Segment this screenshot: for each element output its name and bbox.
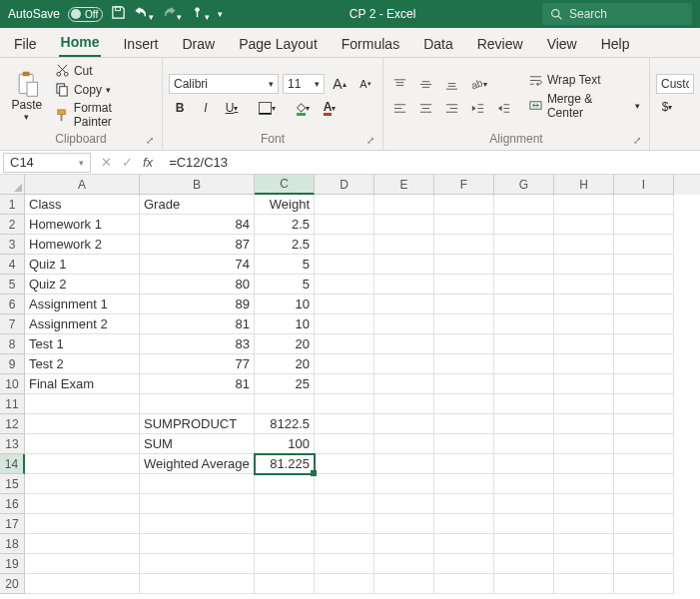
cell-D5[interactable] <box>315 275 374 295</box>
merge-center-button[interactable]: Merge & Center▾ <box>525 91 643 121</box>
cell-I12[interactable] <box>614 414 674 434</box>
cell-B12[interactable]: SUMPRODUCT <box>140 414 255 434</box>
search-box[interactable]: Search <box>542 3 692 25</box>
font-dialog-launcher[interactable]: ⤢ <box>366 135 374 146</box>
cell-E13[interactable] <box>374 434 434 454</box>
cell-A6[interactable]: Assignment 1 <box>25 295 140 314</box>
cell-G10[interactable] <box>494 374 554 394</box>
cell-H5[interactable] <box>554 275 614 295</box>
cell-F18[interactable] <box>434 534 494 554</box>
cell-B11[interactable] <box>140 394 255 414</box>
cell-E1[interactable] <box>374 195 434 215</box>
cell-C15[interactable] <box>255 474 315 494</box>
cell-D6[interactable] <box>315 295 374 314</box>
cell-I18[interactable] <box>614 534 674 554</box>
cell-F15[interactable] <box>434 474 494 494</box>
cell-E2[interactable] <box>374 215 434 235</box>
cell-F10[interactable] <box>434 374 494 394</box>
cell-D1[interactable] <box>315 195 374 215</box>
cell-H18[interactable] <box>554 534 614 554</box>
cell-H2[interactable] <box>554 215 614 235</box>
row-header[interactable]: 2 <box>0 215 25 235</box>
cell-H7[interactable] <box>554 314 614 334</box>
row-header[interactable]: 12 <box>0 414 25 434</box>
fx-icon[interactable]: fx <box>143 155 153 170</box>
cell-A1[interactable]: Class <box>25 195 140 215</box>
cell-C6[interactable]: 10 <box>255 295 315 314</box>
cell-E7[interactable] <box>374 314 434 334</box>
cell-A15[interactable] <box>25 474 140 494</box>
cell-F2[interactable] <box>434 215 494 235</box>
cell-B3[interactable]: 87 <box>140 235 255 255</box>
cell-E4[interactable] <box>374 255 434 275</box>
cell-I13[interactable] <box>614 434 674 454</box>
cell-G8[interactable] <box>494 334 554 354</box>
wrap-text-button[interactable]: Wrap Text <box>525 72 643 89</box>
cell-I14[interactable] <box>614 454 674 474</box>
cell-D4[interactable] <box>315 255 374 275</box>
cell-A17[interactable] <box>25 514 140 534</box>
tab-formulas[interactable]: Formulas <box>340 31 401 57</box>
cell-D10[interactable] <box>315 374 374 394</box>
cell-E9[interactable] <box>374 354 434 374</box>
cell-G19[interactable] <box>494 554 554 574</box>
row-header[interactable]: 4 <box>0 255 25 275</box>
bold-button[interactable]: B <box>169 97 191 119</box>
cell-A13[interactable] <box>25 434 140 454</box>
tab-file[interactable]: File <box>12 31 39 57</box>
format-painter-button[interactable]: Format Painter <box>52 100 156 130</box>
cell-A18[interactable] <box>25 534 140 554</box>
cell-C12[interactable]: 8122.5 <box>255 414 315 434</box>
cell-B18[interactable] <box>140 534 255 554</box>
undo-icon[interactable]: ▾ <box>134 5 154 23</box>
cell-B5[interactable]: 80 <box>140 275 255 295</box>
cell-I9[interactable] <box>614 354 674 374</box>
row-header[interactable]: 9 <box>0 354 25 374</box>
cell-H14[interactable] <box>554 454 614 474</box>
cell-H1[interactable] <box>554 195 614 215</box>
cell-C11[interactable] <box>255 394 315 414</box>
tab-help[interactable]: Help <box>599 31 632 57</box>
col-header-c[interactable]: C <box>255 175 315 195</box>
cell-D18[interactable] <box>315 534 374 554</box>
cell-I4[interactable] <box>614 255 674 275</box>
col-header-a[interactable]: A <box>25 175 140 195</box>
cell-C1[interactable]: Weight <box>255 195 315 215</box>
cell-F5[interactable] <box>434 275 494 295</box>
cell-E3[interactable] <box>374 235 434 255</box>
cell-B8[interactable]: 83 <box>140 334 255 354</box>
cell-G16[interactable] <box>494 494 554 514</box>
redo-icon[interactable]: ▾ <box>162 5 182 23</box>
align-right-icon[interactable] <box>441 97 463 119</box>
row-header[interactable]: 8 <box>0 334 25 354</box>
cell-B4[interactable]: 74 <box>140 255 255 275</box>
col-header-d[interactable]: D <box>315 175 374 195</box>
cell-H6[interactable] <box>554 295 614 314</box>
name-box[interactable]: C14▾ <box>3 153 91 173</box>
cell-D12[interactable] <box>315 414 374 434</box>
cell-H9[interactable] <box>554 354 614 374</box>
cell-G1[interactable] <box>494 195 554 215</box>
cell-H20[interactable] <box>554 574 614 594</box>
row-header[interactable]: 16 <box>0 494 25 514</box>
cell-A9[interactable]: Test 2 <box>25 354 140 374</box>
cell-I15[interactable] <box>614 474 674 494</box>
cell-G11[interactable] <box>494 394 554 414</box>
cell-G15[interactable] <box>494 474 554 494</box>
row-header[interactable]: 15 <box>0 474 25 494</box>
row-header[interactable]: 5 <box>0 275 25 295</box>
cell-B19[interactable] <box>140 554 255 574</box>
cell-C2[interactable]: 2.5 <box>255 215 315 235</box>
cell-G5[interactable] <box>494 275 554 295</box>
cell-H17[interactable] <box>554 514 614 534</box>
currency-icon[interactable]: $▾ <box>656 96 678 118</box>
cell-F8[interactable] <box>434 334 494 354</box>
cell-A10[interactable]: Final Exam <box>25 374 140 394</box>
increase-indent-icon[interactable] <box>493 97 515 119</box>
cell-B7[interactable]: 81 <box>140 314 255 334</box>
cell-B15[interactable] <box>140 474 255 494</box>
cell-I6[interactable] <box>614 295 674 314</box>
tab-page-layout[interactable]: Page Layout <box>237 31 320 57</box>
borders-button[interactable]: ▾ <box>257 97 279 119</box>
underline-button[interactable]: U▾ <box>221 97 243 119</box>
